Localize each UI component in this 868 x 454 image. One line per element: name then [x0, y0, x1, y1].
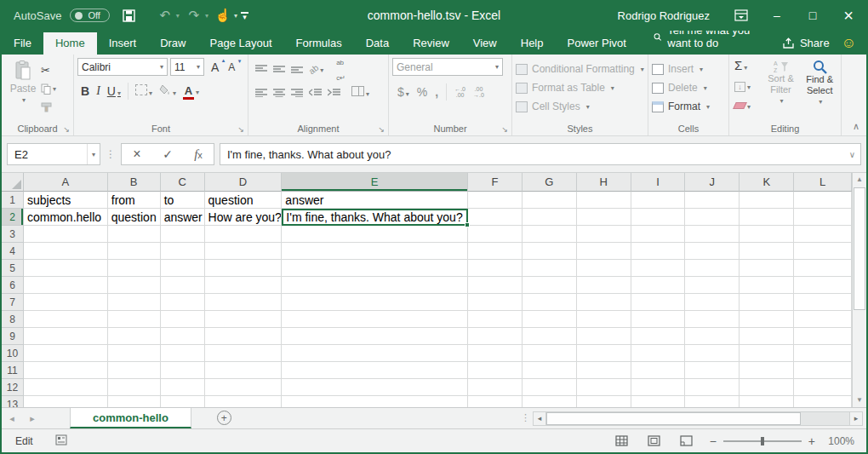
format-painter-button[interactable]: [41, 101, 56, 114]
wrap-text-button[interactable]: abc↵: [336, 53, 345, 83]
cell-B7[interactable]: [108, 294, 161, 311]
cell-B4[interactable]: [108, 243, 161, 260]
grow-font-button[interactable]: A▴: [211, 60, 219, 74]
cell-J3[interactable]: [685, 226, 740, 243]
cell-B10[interactable]: [108, 345, 161, 362]
cell-E2[interactable]: I'm fine, thanks. What about you?: [282, 209, 468, 226]
tab-view[interactable]: View: [461, 32, 509, 55]
column-header-A[interactable]: A: [24, 173, 108, 192]
row-header-1[interactable]: 1: [2, 192, 24, 209]
cell-F4[interactable]: [468, 243, 523, 260]
cell-B5[interactable]: [108, 260, 161, 277]
cell-E4[interactable]: [282, 243, 468, 260]
column-header-H[interactable]: H: [577, 173, 631, 192]
row-header-4[interactable]: 4: [2, 243, 24, 260]
column-header-F[interactable]: F: [468, 173, 523, 192]
tab-power-pivot[interactable]: Power Pivot: [556, 32, 638, 55]
cell-B1[interactable]: from: [108, 192, 161, 209]
cell-E7[interactable]: [282, 294, 468, 311]
column-header-I[interactable]: I: [631, 173, 686, 192]
sheetbar-divider[interactable]: ⋮: [521, 412, 530, 423]
column-header-C[interactable]: C: [161, 173, 205, 192]
expand-formula-bar-button[interactable]: ∨: [849, 150, 860, 159]
cell-E10[interactable]: [282, 345, 468, 362]
cell-C9[interactable]: [161, 328, 205, 345]
cell-E3[interactable]: [282, 226, 468, 243]
align-left-icon[interactable]: [255, 88, 267, 97]
row-header-5[interactable]: 5: [2, 260, 24, 277]
cell-F3[interactable]: [468, 226, 523, 243]
autosum-button[interactable]: Σ: [734, 58, 747, 73]
cell-D13[interactable]: [205, 396, 283, 407]
user-name[interactable]: Rodrigo Rodriguez: [618, 9, 710, 22]
insert-cells-button[interactable]: Insert: [652, 60, 727, 78]
cell-G8[interactable]: [523, 311, 577, 328]
cell-K3[interactable]: [740, 226, 794, 243]
cell-D12[interactable]: [205, 379, 283, 396]
cell-I11[interactable]: [631, 362, 686, 379]
row-header-9[interactable]: 9: [2, 328, 24, 345]
fill-handle[interactable]: [465, 222, 470, 227]
font-dialog-launcher[interactable]: ↘: [237, 125, 244, 134]
customize-quick-access-toolbar[interactable]: ▾: [241, 12, 248, 20]
cell-H8[interactable]: [577, 311, 631, 328]
cell-F5[interactable]: [468, 260, 523, 277]
percent-style-button[interactable]: %: [417, 85, 427, 99]
cell-K6[interactable]: [740, 277, 794, 294]
cell-C3[interactable]: [161, 226, 205, 243]
clipboard-dialog-launcher[interactable]: ↘: [63, 125, 70, 134]
cell-B3[interactable]: [108, 226, 161, 243]
collapse-ribbon-button[interactable]: ∧: [853, 121, 859, 132]
zoom-in-button[interactable]: +: [802, 434, 822, 448]
scroll-right-arrow[interactable]: ▸: [849, 411, 863, 426]
orientation-button[interactable]: ab: [309, 60, 323, 76]
redo-dropdown[interactable]: ▾: [205, 12, 208, 20]
sheet-tab-common-hello[interactable]: common-hello: [70, 408, 191, 428]
vertical-scrollbar[interactable]: ▲ ▼: [852, 173, 866, 407]
cell-L8[interactable]: [794, 311, 852, 328]
row-header-12[interactable]: 12: [2, 379, 24, 396]
cell-E1[interactable]: answer: [282, 192, 468, 209]
cell-F2[interactable]: [468, 209, 523, 226]
minimize-button[interactable]: –: [759, 0, 795, 31]
ribbon-display-options-icon[interactable]: [723, 0, 759, 31]
tab-formulas[interactable]: Formulas: [284, 32, 354, 55]
cell-K2[interactable]: [740, 209, 794, 226]
cell-G4[interactable]: [523, 243, 577, 260]
cell-B2[interactable]: question: [108, 209, 161, 226]
cell-L13[interactable]: [794, 396, 852, 407]
tab-data[interactable]: Data: [354, 32, 401, 55]
cell-H12[interactable]: [577, 379, 631, 396]
cell-J2[interactable]: [685, 209, 740, 226]
cell-C10[interactable]: [161, 345, 205, 362]
row-header-3[interactable]: 3: [2, 226, 24, 243]
cell-F1[interactable]: [468, 192, 523, 209]
cell-L5[interactable]: [794, 260, 852, 277]
name-box[interactable]: E2▾: [7, 143, 100, 165]
cell-E12[interactable]: [282, 379, 468, 396]
scroll-down-arrow[interactable]: ▼: [853, 394, 866, 407]
cell-I5[interactable]: [631, 260, 686, 277]
cell-C13[interactable]: [161, 396, 205, 407]
zoom-level[interactable]: 100%: [822, 435, 866, 447]
cell-C2[interactable]: answer: [161, 209, 205, 226]
tab-help[interactable]: Help: [509, 32, 556, 55]
tab-review[interactable]: Review: [401, 32, 461, 55]
cell-A9[interactable]: [24, 328, 108, 345]
cell-A3[interactable]: [24, 226, 108, 243]
cell-H9[interactable]: [577, 328, 631, 345]
column-header-L[interactable]: L: [794, 173, 852, 192]
cell-J4[interactable]: [685, 243, 740, 260]
cell-G5[interactable]: [523, 260, 577, 277]
cell-H11[interactable]: [577, 362, 631, 379]
redo-button[interactable]: ↷: [183, 4, 205, 26]
cell-A1[interactable]: subjects: [24, 192, 108, 209]
feedback-smiley-icon[interactable]: ☺: [842, 35, 856, 52]
shrink-font-button[interactable]: A▾: [228, 61, 235, 73]
bold-button[interactable]: B: [81, 84, 89, 98]
cell-J7[interactable]: [685, 294, 740, 311]
format-as-table-button[interactable]: Format as Table: [516, 78, 646, 97]
cell-K1[interactable]: [740, 192, 794, 209]
cell-F10[interactable]: [468, 345, 523, 362]
normal-view-button[interactable]: [606, 435, 638, 446]
